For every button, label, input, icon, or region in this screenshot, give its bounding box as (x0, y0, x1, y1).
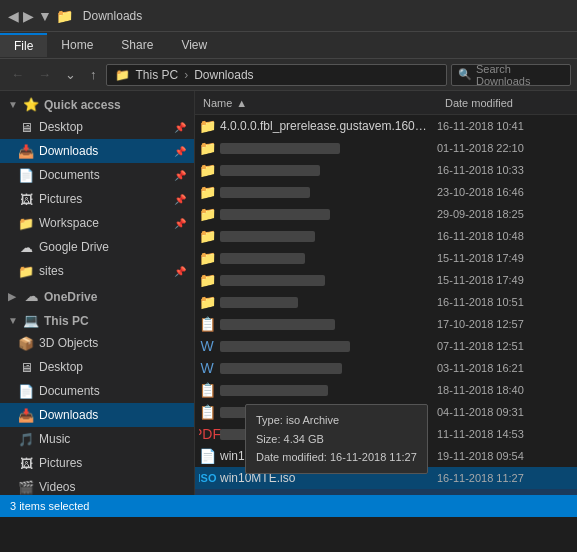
tab-file[interactable]: File (0, 33, 47, 57)
sidebar-item-pictures-pc[interactable]: 🖼 Pictures (0, 451, 194, 475)
dropdown-icon[interactable]: ▼ (38, 8, 52, 24)
sidebar-item-videos-pc[interactable]: 🎬 Videos (0, 475, 194, 495)
file-row-4[interactable]: 📁 29-09-2018 18:25 (195, 203, 577, 225)
file-icon-11: W (199, 360, 215, 376)
col-name[interactable]: Name ▲ (195, 97, 437, 109)
quickaccess-icon: ⭐ (23, 97, 39, 113)
file-row-9[interactable]: 📋 17-10-2018 12:57 (195, 313, 577, 335)
search-placeholder: Search Downloads (476, 63, 564, 87)
nav-forward-btn[interactable]: → (33, 65, 56, 84)
nav-back-btn[interactable]: ← (6, 65, 29, 84)
forward-icon[interactable]: ▶ (23, 8, 34, 24)
sidebar-item-documents-pc[interactable]: 📄 Documents (0, 379, 194, 403)
sidebar-quickaccess-header[interactable]: ▼ ⭐ Quick access (0, 91, 194, 115)
title-bar: ◀ ▶ ▼ 📁 Downloads (0, 0, 577, 32)
pictures-pc-icon: 🖼 (18, 455, 34, 471)
tab-home[interactable]: Home (47, 34, 107, 56)
file-name-17: Window 10 Inside Drowing Client 64 (220, 493, 413, 495)
sidebar: ▼ ⭐ Quick access 🖥 Desktop 📌 📥 Downloads… (0, 91, 195, 495)
music-icon: 🎵 (18, 431, 34, 447)
file-row-1[interactable]: 📁 01-11-2018 22:10 (195, 137, 577, 159)
file-row-0[interactable]: 📁 4.0.0.0.fbl_prerelease.gustavem.160815… (195, 115, 577, 137)
address-path[interactable]: 📁 This PC › Downloads (106, 64, 448, 86)
file-row-8[interactable]: 📁 16-11-2018 10:51 (195, 291, 577, 313)
sidebar-item-pictures-quick[interactable]: 🖼 Pictures 📌 (0, 187, 194, 211)
back-icon[interactable]: ◀ (8, 8, 19, 24)
sidebar-onedrive-header[interactable]: ▶ ☁ OneDrive (0, 283, 194, 307)
file-icon-9: 📋 (199, 316, 215, 332)
file-row-2[interactable]: 📁 16-11-2018 10:33 (195, 159, 577, 181)
folder-icon-5: 📁 (199, 228, 215, 244)
blurred-name-2 (220, 165, 320, 176)
file-row-10[interactable]: W 07-11-2018 12:51 (195, 335, 577, 357)
pin-icon4: 📌 (174, 194, 186, 205)
blurred-name-9 (220, 319, 335, 330)
nav-recent-btn[interactable]: ⌄ (60, 65, 81, 84)
sidebar-item-documents-quick[interactable]: 📄 Documents 📌 (0, 163, 194, 187)
blurred-name-4 (220, 209, 330, 220)
file-row-6[interactable]: 📁 15-11-2018 17:49 (195, 247, 577, 269)
pin-icon: 📌 (174, 122, 186, 133)
file-icon-10: W (199, 338, 215, 354)
status-text: 3 items selected (10, 500, 89, 512)
file-row-12[interactable]: 📋 18-11-2018 18:40 (195, 379, 577, 401)
sidebar-item-workspace-quick[interactable]: 📁 Workspace 📌 (0, 211, 194, 235)
file-date-6: 15-11-2018 17:49 (433, 252, 573, 264)
file-row-14[interactable]: PDF 11-11-2018 14:53 (195, 423, 577, 445)
downloads-pc-icon: 📥 (18, 407, 34, 423)
3dobjects-icon: 📦 (18, 335, 34, 351)
ribbon-tabs: File Home Share View (0, 32, 577, 58)
sidebar-item-downloads-pc[interactable]: 📥 Downloads (0, 403, 194, 427)
documents-icon: 📄 (18, 167, 34, 183)
file-date-2: 16-11-2018 10:33 (433, 164, 573, 176)
blurred-name-12 (220, 385, 328, 396)
folder-icon-7: 📁 (199, 272, 215, 288)
file-name-16: win10MTE.iso (220, 471, 295, 485)
nav-up-btn[interactable]: ↑ (85, 65, 102, 84)
folder-icon-4: 📁 (199, 206, 215, 222)
folder-icon-1: 📁 (199, 140, 215, 156)
file-row-17[interactable]: ISO Window 10 Inside Drowing Client 64 0… (195, 489, 577, 495)
search-icon: 🔍 (458, 68, 472, 81)
file-row-15[interactable]: 📄 win10.esd 19-11-2018 09:54 (195, 445, 577, 467)
file-date-8: 16-11-2018 10:51 (433, 296, 573, 308)
file-date-14: 11-11-2018 14:53 (433, 428, 573, 440)
file-row-13[interactable]: 📋 04-11-2018 09:31 (195, 401, 577, 423)
file-row-5[interactable]: 📁 16-11-2018 10:48 (195, 225, 577, 247)
file-date-13: 04-11-2018 09:31 (433, 406, 573, 418)
blurred-name-8 (220, 297, 298, 308)
sidebar-item-googledrive-quick[interactable]: ☁ Google Drive (0, 235, 194, 259)
sidebar-item-desktop-quick[interactable]: 🖥 Desktop 📌 (0, 115, 194, 139)
col-date[interactable]: Date modified (437, 97, 577, 109)
path-downloads[interactable]: Downloads (194, 68, 253, 82)
blurred-name-10 (220, 341, 350, 352)
file-row-3[interactable]: 📁 23-10-2018 16:46 (195, 181, 577, 203)
file-row-7[interactable]: 📁 15-11-2018 17:49 (195, 269, 577, 291)
file-date-9: 17-10-2018 12:57 (433, 318, 573, 330)
file-icon-17: ISO (199, 492, 215, 495)
path-thispc[interactable]: This PC (136, 68, 179, 82)
path-folder-icon: 📁 (115, 68, 130, 82)
file-row-16[interactable]: ISO win10MTE.iso 16-11-2018 11:27 (195, 467, 577, 489)
blurred-name-14 (220, 429, 360, 440)
pin-icon5: 📌 (174, 218, 186, 229)
path-sep1: › (184, 68, 188, 82)
file-date-7: 15-11-2018 17:49 (433, 274, 573, 286)
sidebar-item-sites-quick[interactable]: 📁 sites 📌 (0, 259, 194, 283)
file-list: Name ▲ Date modified 📁 4.0.0.0.fbl_prere… (195, 91, 577, 495)
pin-icon2: 📌 (174, 146, 186, 157)
tab-view[interactable]: View (167, 34, 221, 56)
sidebar-item-3dobjects[interactable]: 📦 3D Objects (0, 331, 194, 355)
sidebar-item-music-pc[interactable]: 🎵 Music (0, 427, 194, 451)
downloads-icon: 📥 (18, 143, 34, 159)
sidebar-item-downloads-quick[interactable]: 📥 Downloads 📌 (0, 139, 194, 163)
expand-icon2: ▶ (8, 291, 18, 302)
tab-share[interactable]: Share (107, 34, 167, 56)
workspace-icon: 📁 (18, 215, 34, 231)
search-box[interactable]: 🔍 Search Downloads (451, 64, 571, 86)
file-row-11[interactable]: W 03-11-2018 16:21 (195, 357, 577, 379)
sidebar-item-desktop-pc[interactable]: 🖥 Desktop (0, 355, 194, 379)
sidebar-thispc-header[interactable]: ▼ 💻 This PC (0, 307, 194, 331)
file-date-1: 01-11-2018 22:10 (433, 142, 573, 154)
main-layout: ▼ ⭐ Quick access 🖥 Desktop 📌 📥 Downloads… (0, 91, 577, 495)
